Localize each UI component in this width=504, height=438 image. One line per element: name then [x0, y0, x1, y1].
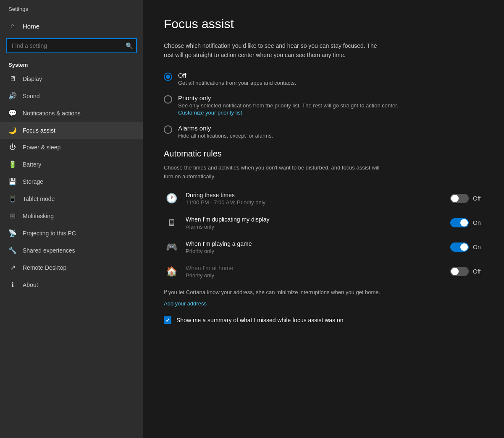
checkmark-icon: ✓: [165, 317, 170, 323]
radio-group: Off Get all notifications from your apps…: [164, 72, 483, 139]
projecting-icon: 📡: [8, 229, 17, 237]
storage-icon: 💾: [8, 177, 17, 185]
main-content: Focus assist Choose which notification y…: [143, 0, 504, 438]
radio-label-alarms-only: Alarms only: [178, 125, 273, 132]
priority-list-link[interactable]: Customize your priority list: [178, 110, 242, 116]
playing-game-toggle-wrap: On: [450, 242, 483, 252]
at-home-toggle-wrap: Off: [450, 267, 483, 276]
during-times-subtitle: 11:00 PM - 7:00 AM; Priority only: [186, 199, 444, 206]
sidebar-item-label: Multitasking: [23, 213, 54, 219]
rule-row-at-home: 🏠 When I'm at home Priority only Off: [164, 264, 483, 279]
sidebar-item-label: Projecting to this PC: [23, 230, 76, 237]
sidebar-item-power-sleep[interactable]: ⏻ Power & sleep: [0, 139, 143, 156]
sidebar-item-label: Sound: [23, 93, 39, 99]
tablet-mode-icon: 📱: [8, 195, 17, 203]
shared-experiences-icon: 🔧: [8, 246, 17, 254]
remote-desktop-icon: ↗: [8, 263, 17, 271]
radio-circle-alarms-only: [164, 125, 172, 134]
at-home-title: When I'm at home: [186, 265, 444, 271]
sidebar-item-shared-experiences[interactable]: 🔧 Shared experiences: [0, 242, 143, 259]
during-times-toggle-knob: [451, 195, 459, 202]
sidebar-item-label: Display: [23, 76, 42, 82]
duplicating-display-text: When I'm duplicating my display Alarms o…: [186, 216, 444, 230]
system-label: System: [0, 58, 143, 70]
radio-option-priority-only[interactable]: Priority only See only selected notifica…: [164, 94, 483, 116]
notifications-icon: 💬: [8, 109, 17, 117]
automatic-rules-desc: Choose the times and activities when you…: [164, 164, 382, 181]
during-times-text: During these times 11:00 PM - 7:00 AM; P…: [186, 192, 444, 206]
sidebar-item-label: About: [23, 282, 38, 288]
rule-row-duplicating-display: 🖥 When I'm duplicating my display Alarms…: [164, 215, 483, 230]
playing-game-toggle[interactable]: [450, 242, 469, 252]
playing-game-toggle-knob: [460, 243, 468, 251]
duplicating-display-toggle-wrap: On: [450, 218, 483, 227]
radio-desc-alarms-only: Hide all notifications, except for alarm…: [178, 133, 273, 139]
sidebar-item-storage[interactable]: 💾 Storage: [0, 173, 143, 190]
search-container: 🔍: [0, 36, 143, 58]
radio-option-alarms-only[interactable]: Alarms only Hide all notifications, exce…: [164, 125, 483, 139]
home-icon: ⌂: [8, 22, 17, 30]
summary-checkbox[interactable]: ✓: [164, 316, 171, 324]
rule-row-during-times: 🕐 During these times 11:00 PM - 7:00 AM;…: [164, 191, 483, 206]
during-times-toggle-label: Off: [473, 195, 483, 202]
radio-content-priority-only: Priority only See only selected notifica…: [178, 94, 398, 116]
rule-row-playing-game: 🎮 When I'm playing a game Priority only …: [164, 240, 483, 255]
at-home-icon: 🏠: [164, 264, 179, 279]
playing-game-text: When I'm playing a game Priority only: [186, 240, 444, 254]
sidebar-item-remote-desktop[interactable]: ↗ Remote Desktop: [0, 259, 143, 276]
playing-game-toggle-label: On: [473, 244, 483, 250]
home-nav-item[interactable]: ⌂ Home: [0, 16, 143, 36]
sidebar-item-notifications[interactable]: 💬 Notifications & actions: [0, 104, 143, 122]
at-home-text: When I'm at home Priority only: [186, 265, 444, 279]
radio-content-alarms-only: Alarms only Hide all notifications, exce…: [178, 125, 273, 139]
summary-checkbox-row: ✓ Show me a summary of what I missed whi…: [164, 316, 483, 324]
during-times-toggle-wrap: Off: [450, 194, 483, 203]
app-title: Settings: [0, 0, 143, 16]
search-icon: 🔍: [126, 42, 133, 49]
playing-game-title: When I'm playing a game: [186, 240, 444, 247]
automatic-rules-title: Automatic rules: [164, 149, 483, 159]
sidebar-item-display[interactable]: 🖥 Display: [0, 70, 143, 87]
sidebar-item-focus-assist[interactable]: 🌙 Focus assist: [0, 122, 143, 139]
sidebar-item-label: Focus assist: [23, 127, 55, 134]
at-home-toggle-label: Off: [473, 268, 483, 275]
sidebar-item-sound[interactable]: 🔊 Sound: [0, 87, 143, 104]
duplicating-display-toggle-knob: [460, 219, 468, 227]
radio-circle-priority-only: [164, 95, 172, 104]
sidebar-item-label: Power & sleep: [23, 144, 60, 151]
during-times-toggle[interactable]: [450, 194, 469, 203]
summary-checkbox-label: Show me a summary of what I missed while…: [176, 317, 344, 323]
duplicating-display-icon: 🖥: [164, 215, 179, 230]
home-label: Home: [23, 23, 39, 30]
sidebar-item-battery[interactable]: 🔋 Battery: [0, 156, 143, 173]
during-times-icon: 🕐: [164, 191, 179, 206]
page-title: Focus assist: [164, 17, 483, 31]
at-home-subtitle: Priority only: [186, 272, 444, 279]
radio-circle-off: [164, 73, 172, 81]
about-icon: ℹ: [8, 281, 17, 289]
sidebar-item-label: Remote Desktop: [23, 264, 66, 271]
cortana-description: If you let Cortana know your address, sh…: [164, 288, 382, 297]
multitasking-icon: ⊞: [8, 212, 17, 220]
at-home-toggle[interactable]: [450, 267, 469, 276]
during-times-title: During these times: [186, 192, 444, 198]
duplicating-display-toggle[interactable]: [450, 218, 469, 227]
radio-desc-priority-only: See only selected notifications from the…: [178, 102, 398, 109]
playing-game-subtitle: Priority only: [186, 248, 444, 254]
search-input[interactable]: [6, 38, 137, 53]
sidebar-item-multitasking[interactable]: ⊞ Multitasking: [0, 207, 143, 224]
sidebar-item-tablet-mode[interactable]: 📱 Tablet mode: [0, 190, 143, 207]
radio-content-off: Off Get all notifications from your apps…: [178, 72, 296, 86]
radio-label-off: Off: [178, 72, 296, 79]
add-address-link[interactable]: Add your address: [164, 300, 207, 307]
sidebar: Settings ⌂ Home 🔍 System 🖥 Display 🔊 Sou…: [0, 0, 143, 438]
duplicating-display-title: When I'm duplicating my display: [186, 216, 444, 223]
at-home-toggle-knob: [451, 268, 459, 275]
display-icon: 🖥: [8, 75, 17, 83]
page-description: Choose which notification you'd like to …: [164, 41, 382, 60]
radio-option-off[interactable]: Off Get all notifications from your apps…: [164, 72, 483, 86]
sidebar-item-about[interactable]: ℹ About: [0, 276, 143, 293]
sidebar-item-projecting[interactable]: 📡 Projecting to this PC: [0, 224, 143, 242]
sidebar-item-label: Storage: [23, 178, 43, 185]
sound-icon: 🔊: [8, 92, 17, 100]
